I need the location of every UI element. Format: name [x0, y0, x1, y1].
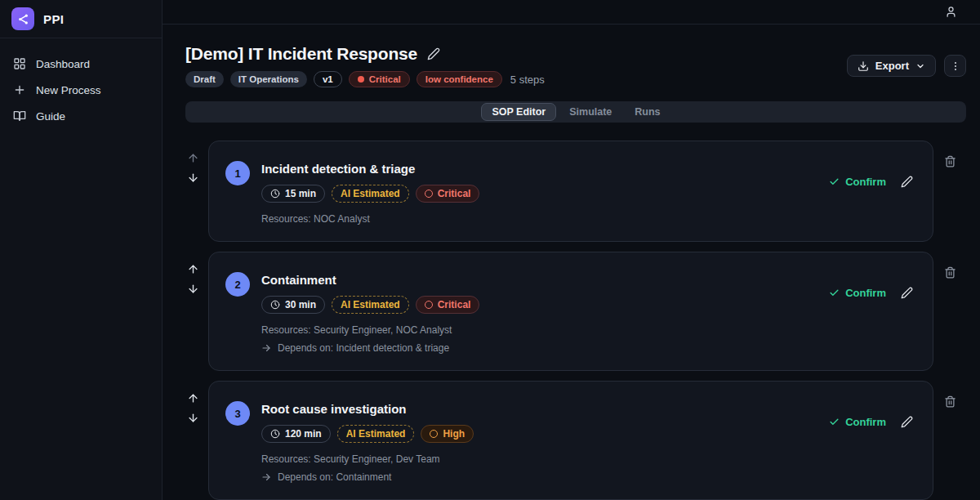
move-down-button[interactable]: [187, 283, 199, 295]
step-actions: Confirm: [829, 287, 913, 299]
arrow-right-icon: [261, 472, 271, 482]
clock-icon: [270, 189, 280, 199]
step-card: 3 Root cause investigation 120 min: [208, 381, 933, 500]
sidebar-item-label: Dashboard: [36, 58, 90, 70]
sidebar-item-label: Guide: [36, 110, 65, 123]
severity-dot-icon: [358, 76, 364, 83]
edit-step-button[interactable]: [901, 287, 913, 299]
confirm-button[interactable]: Confirm: [829, 176, 886, 188]
tab-sop-editor[interactable]: SOP Editor: [481, 103, 556, 121]
app-name: PPI: [43, 12, 64, 26]
trash-icon: [944, 266, 956, 279]
share-network-icon: [11, 7, 34, 30]
step-title: Incident detection & triage: [261, 162, 479, 176]
app-logo[interactable]: PPI: [0, 0, 162, 38]
delete-step-button[interactable]: [944, 155, 956, 168]
step-severity-badge: Critical: [416, 296, 480, 314]
move-up-button[interactable]: [187, 152, 199, 164]
tab-runs[interactable]: Runs: [625, 103, 670, 121]
sidebar-item-label: New Process: [36, 84, 101, 96]
ai-estimated-badge: AI Estimated: [332, 296, 409, 314]
step-card: 2 Containment 30 min AI Estimat: [208, 252, 933, 371]
chevron-down-icon: [915, 61, 925, 71]
reorder-controls: [185, 381, 200, 500]
step-badges: 120 min AI Estimated High: [261, 425, 474, 443]
step-row: 2 Containment 30 min AI Estimat: [185, 252, 966, 371]
step-number: 2: [225, 272, 250, 297]
sidebar-nav: Dashboard New Process Guide: [0, 38, 162, 129]
step-title: Root cause investigation: [261, 402, 474, 416]
tab-simulate[interactable]: Simulate: [559, 103, 621, 121]
export-button[interactable]: Export: [847, 55, 936, 77]
step-severity-badge: High: [421, 425, 474, 443]
edit-step-button[interactable]: [901, 176, 913, 188]
user-icon[interactable]: [942, 2, 960, 21]
ai-estimated-badge: AI Estimated: [337, 425, 415, 443]
main-area: [Demo] IT Incident Response Draft IT Ope…: [163, 0, 980, 500]
version-badge: v1: [314, 71, 342, 87]
trash-icon: [944, 395, 956, 408]
step-card: 1 Incident detection & triage 15 min: [208, 141, 933, 242]
pencil-icon: [901, 176, 913, 188]
kebab-menu-icon: [950, 60, 961, 72]
sidebar-item-dashboard[interactable]: Dashboard: [0, 51, 162, 77]
step-actions: Confirm: [829, 176, 913, 188]
step-actions: Confirm: [829, 416, 913, 428]
step-severity-badge: Critical: [416, 185, 480, 203]
pencil-icon: [901, 416, 913, 428]
trash-column: [933, 381, 966, 500]
alert-circle-icon: [425, 190, 433, 198]
move-up-button[interactable]: [187, 263, 199, 275]
check-icon: [829, 176, 840, 187]
alert-circle-icon: [425, 301, 433, 309]
edit-step-button[interactable]: [901, 416, 913, 428]
plus-icon: [13, 83, 26, 96]
edit-title-icon[interactable]: [427, 47, 440, 60]
arrow-right-icon: [261, 343, 271, 353]
step-badges: 15 min AI Estimated Critical: [261, 185, 479, 203]
pencil-icon: [901, 287, 913, 299]
move-down-button[interactable]: [187, 412, 199, 424]
sidebar-item-guide[interactable]: Guide: [0, 103, 162, 129]
step-resources: Resources: Security Engineer, NOC Analys…: [261, 324, 479, 336]
move-up-button[interactable]: [187, 392, 199, 404]
step-row: 1 Incident detection & triage 15 min: [185, 141, 966, 242]
tab-bar: SOP Editor Simulate Runs: [185, 101, 966, 123]
delete-step-button[interactable]: [944, 395, 956, 408]
clock-icon: [270, 429, 280, 439]
export-label: Export: [875, 60, 909, 72]
status-badge: Draft: [185, 71, 224, 87]
step-title: Containment: [261, 273, 479, 287]
severity-badge: Critical: [349, 71, 410, 87]
reorder-controls: [185, 141, 200, 242]
step-dependency: Depends on: Incident detection & triage: [261, 342, 479, 354]
confirm-button[interactable]: Confirm: [829, 287, 886, 299]
check-icon: [829, 417, 840, 427]
move-down-button[interactable]: [187, 172, 199, 184]
sidebar: PPI Dashboard New Process: [0, 0, 163, 500]
content: [Demo] IT Incident Response Draft IT Ope…: [163, 25, 980, 500]
delete-step-button[interactable]: [944, 266, 956, 279]
step-number: 3: [225, 401, 250, 426]
more-options-button[interactable]: [944, 55, 966, 77]
trash-column: [933, 252, 966, 371]
topbar: [163, 0, 980, 25]
title-block: [Demo] IT Incident Response Draft IT Ope…: [185, 44, 545, 87]
sidebar-item-new-process[interactable]: New Process: [0, 77, 162, 103]
open-book-icon: [13, 109, 26, 123]
step-number: 1: [225, 161, 250, 185]
header-actions: Export: [847, 55, 966, 77]
page-title: [Demo] IT Incident Response: [185, 44, 417, 64]
step-badges: 30 min AI Estimated Critical: [261, 296, 479, 314]
process-header: [Demo] IT Incident Response Draft IT Ope…: [185, 44, 966, 87]
steps-count: 5 steps: [510, 74, 545, 86]
trash-column: [933, 141, 966, 242]
confirm-button[interactable]: Confirm: [829, 416, 886, 428]
badge-row: Draft IT Operations v1 Critical low conf…: [185, 71, 545, 87]
step-resources: Resources: NOC Analyst: [261, 213, 479, 225]
duration-badge: 30 min: [261, 296, 325, 314]
step-resources: Resources: Security Engineer, Dev Team: [261, 453, 474, 465]
clock-icon: [270, 300, 280, 310]
duration-badge: 120 min: [261, 425, 331, 443]
category-badge: IT Operations: [230, 71, 307, 87]
